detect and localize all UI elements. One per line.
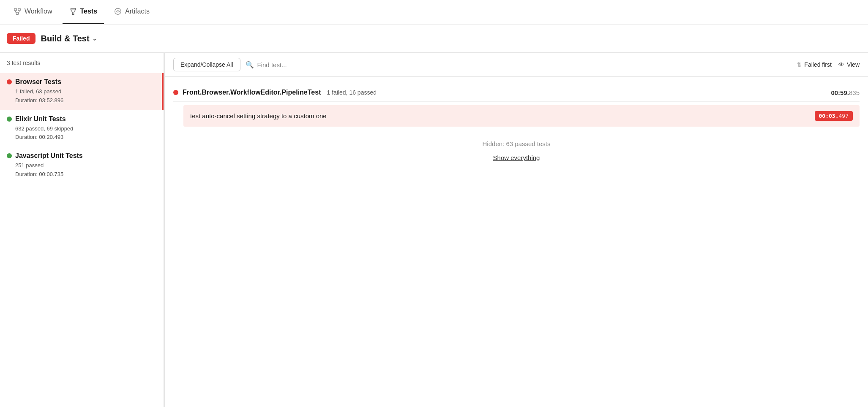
svg-rect-1 bbox=[18, 8, 20, 11]
search-input[interactable] bbox=[257, 61, 792, 68]
expand-collapse-button[interactable]: Expand/Collapse All bbox=[173, 58, 240, 71]
toolbar-right: ⇅ Failed first 👁 View bbox=[797, 61, 860, 68]
right-content: Expand/Collapse All 🔍 ⇅ Failed first 👁 V… bbox=[165, 53, 868, 407]
svg-rect-2 bbox=[16, 12, 18, 14]
suite-elixir-tests-name: Elixir Unit Tests bbox=[7, 115, 157, 123]
suite-dot-green-js bbox=[7, 153, 12, 158]
failed-first-label: Failed first bbox=[804, 61, 832, 68]
pipeline-test-header[interactable]: Front.Browser.WorkflowEditor.PipelineTes… bbox=[173, 84, 860, 102]
hidden-info: Hidden: 63 passed tests bbox=[173, 140, 860, 147]
failed-test-time: 00:03.497 bbox=[815, 111, 853, 121]
left-sidebar: 3 test results Browser Tests 1 failed, 6… bbox=[0, 53, 165, 407]
suite-javascript-unit-tests[interactable]: Javascript Unit Tests 251 passed Duratio… bbox=[0, 147, 164, 184]
pipeline-counts: 1 failed, 16 passed bbox=[327, 89, 377, 96]
failed-test-time-main: 00:03. bbox=[819, 113, 839, 119]
pipeline-time-main: 00:59. bbox=[831, 89, 849, 96]
tests-label: Tests bbox=[80, 8, 98, 15]
pipeline-time-light: 835 bbox=[849, 89, 860, 96]
svg-point-7 bbox=[115, 8, 121, 14]
test-results-count: 3 test results bbox=[0, 60, 164, 73]
failed-test-time-light: 497 bbox=[839, 113, 849, 119]
search-icon: 🔍 bbox=[246, 61, 254, 69]
workflow-icon bbox=[14, 8, 21, 15]
tab-tests[interactable]: Tests bbox=[63, 0, 104, 24]
failed-test-name: test auto-cancel setting strategy to a c… bbox=[190, 112, 327, 119]
suite-browser-tests-meta: 1 failed, 63 passed Duration: 03:52.896 bbox=[7, 87, 155, 105]
tab-workflow[interactable]: Workflow bbox=[7, 0, 59, 24]
tab-artifacts[interactable]: Artifacts bbox=[107, 0, 156, 24]
view-label: View bbox=[847, 61, 860, 68]
suite-dot-green-elixir bbox=[7, 117, 12, 122]
pipeline-test-left: Front.Browser.WorkflowEditor.PipelineTes… bbox=[173, 89, 377, 96]
view-button[interactable]: 👁 View bbox=[838, 61, 860, 68]
suite-browser-tests-name: Browser Tests bbox=[7, 78, 155, 86]
pipeline-name: Front.Browser.WorkflowEditor.PipelineTes… bbox=[183, 89, 321, 96]
page-header: Failed Build & Test ⌄ bbox=[0, 24, 868, 53]
eye-icon: 👁 bbox=[838, 61, 844, 68]
build-test-dropdown[interactable]: Build & Test ⌄ bbox=[41, 34, 97, 43]
failed-first-sort[interactable]: ⇅ Failed first bbox=[797, 61, 832, 68]
artifacts-icon bbox=[114, 8, 122, 15]
test-results-area: Front.Browser.WorkflowEditor.PipelineTes… bbox=[165, 77, 868, 168]
failed-test-row[interactable]: test auto-cancel setting strategy to a c… bbox=[183, 105, 860, 127]
search-container: 🔍 bbox=[246, 61, 792, 69]
pipeline-fail-dot bbox=[173, 90, 178, 95]
artifacts-label: Artifacts bbox=[125, 8, 150, 15]
workflow-label: Workflow bbox=[25, 8, 52, 15]
toolbar: Expand/Collapse All 🔍 ⇅ Failed first 👁 V… bbox=[165, 53, 868, 77]
chevron-down-icon: ⌄ bbox=[92, 35, 97, 42]
main-layout: 3 test results Browser Tests 1 failed, 6… bbox=[0, 53, 868, 407]
suite-elixir-tests-meta: 632 passed, 69 skipped Duration: 00:20.4… bbox=[7, 125, 157, 142]
filter-icon: ⇅ bbox=[797, 61, 802, 68]
failed-badge: Failed bbox=[7, 33, 35, 44]
suite-dot-red bbox=[7, 79, 12, 84]
suite-js-tests-name: Javascript Unit Tests bbox=[7, 152, 157, 160]
show-everything-link[interactable]: Show everything bbox=[173, 154, 860, 161]
suite-browser-tests[interactable]: Browser Tests 1 failed, 63 passed Durati… bbox=[0, 73, 164, 110]
pipeline-time: 00:59.835 bbox=[831, 89, 860, 96]
suite-elixir-unit-tests[interactable]: Elixir Unit Tests 632 passed, 69 skipped… bbox=[0, 110, 164, 147]
tests-icon bbox=[69, 8, 77, 15]
build-test-label-text: Build & Test bbox=[41, 34, 89, 43]
top-navigation: Workflow Tests Artifacts bbox=[0, 0, 868, 24]
svg-rect-0 bbox=[14, 8, 16, 11]
suite-js-tests-meta: 251 passed Duration: 00:00.735 bbox=[7, 161, 157, 179]
